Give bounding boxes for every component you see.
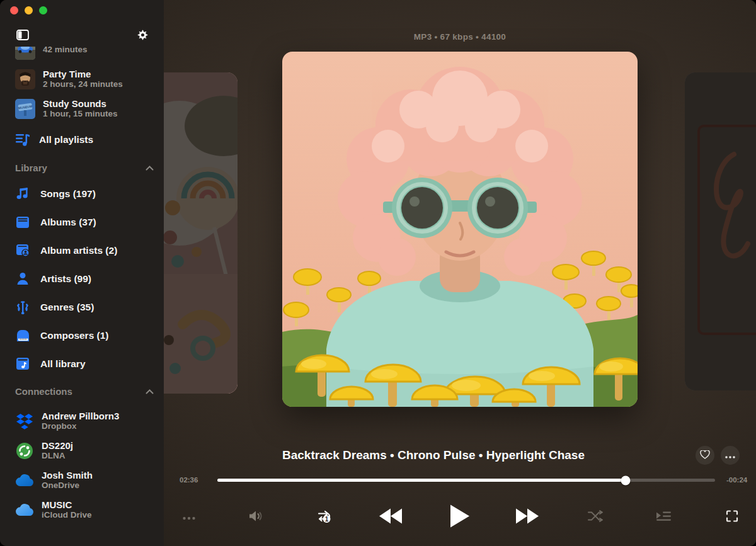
format-info: MP3 • 67 kbps • 44100 — [164, 32, 756, 42]
playlist-title: Study Sounds — [43, 98, 118, 109]
playlist-item[interactable]: Party Time 2 hours, 24 minutes — [15, 69, 154, 89]
dropbox-icon — [15, 413, 34, 429]
connection-item-icloud[interactable]: MUSIC iCloud Drive — [15, 499, 154, 520]
current-album-art — [282, 52, 638, 407]
piano-icon — [15, 329, 30, 342]
gear-icon — [137, 29, 149, 43]
volume-button[interactable] — [245, 507, 265, 528]
shuffle-button[interactable] — [585, 508, 606, 527]
genres-icon — [15, 300, 30, 314]
player-main-area: MP3 • 67 kbps • 44100 — [164, 0, 756, 546]
sidebar-item-label: Composers (1) — [40, 330, 109, 341]
playlist-title: Party Time — [43, 69, 123, 79]
music-note-icon — [15, 187, 30, 201]
connection-item-onedrive[interactable]: Josh Smith OneDrive — [15, 470, 154, 491]
playlist-item[interactable]: MUSEUM Study Sounds 1 hour, 15 minutes — [15, 98, 154, 119]
connection-subtitle: DLNA — [42, 451, 73, 461]
sidebar-item-label: Genres (35) — [40, 302, 94, 313]
sidebar-item-genres[interactable]: Genres (35) — [15, 300, 154, 314]
heart-icon — [700, 450, 710, 461]
section-title: Library — [15, 162, 47, 173]
connection-item-dropbox[interactable]: Andrew Pillborn3 Dropbox — [15, 411, 154, 431]
connection-subtitle: iCloud Drive — [42, 510, 92, 520]
icloud-icon — [15, 504, 34, 516]
minimize-button[interactable] — [25, 6, 33, 14]
track-title: Backtrack Dreams • Chrono Pulse • Hyperl… — [164, 448, 703, 462]
repeat-one-button[interactable]: 1 — [314, 506, 335, 528]
sidebar: 42 minutes Party Time 2 hours, 24 minute… — [0, 0, 164, 546]
sidebar-toolbar — [0, 28, 164, 44]
sidebar-toggle-icon — [16, 30, 29, 42]
progress-row: 02:36 -00:24 — [164, 474, 756, 487]
queue-icon — [655, 511, 672, 524]
playlist-item[interactable]: 42 minutes — [15, 47, 154, 60]
onedrive-icon — [15, 474, 34, 487]
playlist-artwork-car — [15, 47, 35, 60]
sidebar-item-album-artists[interactable]: Album artists (2) — [15, 244, 154, 257]
sidebar-item-label: Albums (37) — [40, 217, 96, 228]
connections-section-header[interactable]: Connections — [15, 385, 154, 397]
more-options-button[interactable] — [180, 510, 198, 525]
connection-title: DS220j — [42, 440, 73, 451]
connection-title: Andrew Pillborn3 — [42, 411, 119, 421]
sidebar-item-songs[interactable]: Songs (197) — [15, 187, 154, 201]
sidebar-item-label: All library — [40, 358, 86, 370]
person-icon — [15, 272, 30, 285]
library-icon — [15, 357, 30, 370]
sidebar-item-all-library[interactable]: All library — [15, 357, 154, 370]
dlna-icon — [15, 442, 34, 460]
sidebar-item-artists[interactable]: Artists (99) — [15, 272, 154, 285]
playlist-artwork-museum: MUSEUM — [15, 99, 35, 119]
progress-bar[interactable] — [217, 479, 715, 482]
sidebar-item-label: Artists (99) — [40, 273, 91, 285]
fullscreen-icon — [726, 510, 738, 525]
repeat-one-icon: 1 — [316, 509, 333, 526]
sidebar-item-albums[interactable]: Albums (37) — [15, 216, 154, 229]
previous-album-art[interactable] — [164, 72, 238, 394]
traffic-lights — [10, 6, 47, 14]
zoom-button[interactable] — [39, 6, 47, 14]
connection-subtitle: OneDrive — [42, 481, 93, 491]
previous-button[interactable] — [375, 505, 406, 530]
app-window: 42 minutes Party Time 2 hours, 24 minute… — [0, 0, 756, 546]
albums-icon — [15, 216, 30, 229]
connection-subtitle: Dropbox — [42, 421, 119, 431]
section-title: Connections — [15, 386, 72, 397]
connection-item-dlna[interactable]: DS220j DLNA — [15, 440, 154, 461]
toggle-sidebar-button[interactable] — [16, 30, 29, 42]
playlist-artwork-portrait — [15, 69, 35, 89]
next-button[interactable] — [512, 505, 542, 530]
play-icon — [449, 504, 471, 531]
elapsed-time: 02:36 — [180, 476, 198, 484]
fullscreen-button[interactable] — [723, 508, 741, 527]
sidebar-item-composers[interactable]: Composers (1) — [15, 329, 154, 342]
album-artist-icon — [15, 244, 30, 257]
playlists-icon — [15, 133, 30, 147]
sidebar-item-label: All playlists — [39, 134, 93, 145]
chevron-up-icon — [146, 162, 154, 173]
ellipsis-icon — [725, 451, 735, 460]
queue-button[interactable] — [653, 508, 674, 526]
playlist-subtitle: 1 hour, 15 minutes — [43, 109, 118, 119]
play-button[interactable] — [447, 501, 473, 533]
ellipsis-icon — [183, 513, 195, 522]
next-album-art[interactable] — [685, 72, 756, 390]
close-button[interactable] — [10, 6, 18, 14]
track-info-row: Backtrack Dreams • Chrono Pulse • Hyperl… — [164, 446, 756, 469]
favorite-button[interactable] — [696, 446, 714, 465]
svg-text:1: 1 — [325, 516, 329, 523]
connection-title: Josh Smith — [42, 470, 93, 481]
speaker-icon — [248, 509, 263, 525]
shuffle-icon — [587, 510, 604, 525]
playlist-subtitle: 2 hours, 24 minutes — [43, 79, 123, 89]
playlist-subtitle: 42 minutes — [43, 47, 88, 55]
sidebar-scroll-area[interactable]: 42 minutes Party Time 2 hours, 24 minute… — [0, 47, 164, 546]
settings-button[interactable] — [137, 29, 149, 43]
library-section-header[interactable]: Library — [15, 162, 154, 173]
sidebar-item-all-playlists[interactable]: All playlists — [15, 133, 154, 147]
progress-thumb[interactable] — [621, 475, 630, 485]
progress-fill — [217, 479, 626, 482]
connection-title: MUSIC — [42, 499, 92, 510]
transport-controls: 1 — [164, 501, 756, 533]
track-more-button[interactable] — [721, 446, 740, 465]
